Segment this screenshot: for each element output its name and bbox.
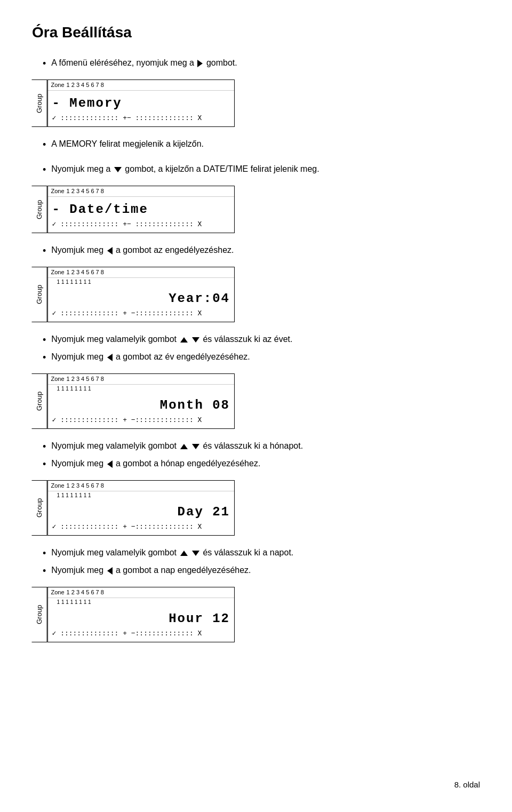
display-datetime: Group Zone 1 2 3 4 5 6 7 8 - Date/time ✓…	[32, 186, 235, 233]
lcd-screen-2: - Date/time ✓ :::::::::::::: +− ::::::::…	[48, 197, 235, 233]
bullet-9-text: Nyomjuk meg valamelyik gombot és válassz…	[51, 546, 293, 559]
bullet-2: A MEMORY felirat megjelenik a kijelzőn.	[32, 138, 480, 152]
page-title: Óra Beállítása	[32, 21, 480, 44]
bullet-8-text: Nyomjuk meg a gombot a hónap engedélyezé…	[51, 457, 260, 470]
zone-numbers-3: 1 2 3 4 5 6 7 8	[67, 268, 104, 277]
zone-header-1: Zone 1 2 3 4 5 6 7 8	[48, 80, 235, 91]
zone-text-4: Zone	[51, 375, 65, 384]
arrow-left-icon-3	[107, 460, 113, 468]
group-label-1: Group	[32, 79, 47, 127]
lcd-screen-6: Hour 12 ✓ :::::::::::::: + −::::::::::::…	[48, 606, 235, 642]
section-6: Nyomjuk meg valamelyik gombot és válassz…	[32, 440, 480, 536]
zone-text-3: Zone	[51, 268, 65, 277]
section-1: A főmenü eléréséhez, nyomjuk meg a gombo…	[32, 57, 480, 127]
lcd-panel-6: Zone 1 2 3 4 5 6 7 8 1 1 1 1 1 1 1 1 Hou…	[47, 587, 235, 642]
bullet-2-text: A MEMORY felirat megjelenik a kijelzőn.	[51, 138, 204, 150]
lcd-panel-4: Zone 1 2 3 4 5 6 7 8 1 1 1 1 1 1 1 1 Mon…	[47, 373, 235, 429]
bullet-7: Nyomjuk meg valamelyik gombot és válassz…	[32, 440, 480, 454]
arrow-up-icon-1	[180, 337, 188, 343]
arrow-left-icon-1	[107, 247, 113, 254]
arrow-down-icon-1	[114, 167, 122, 172]
zone-ticks-6: 1 1 1 1 1 1 1 1	[48, 598, 235, 606]
arrow-left-icon-4	[107, 567, 113, 575]
zone-ticks-3: 1 1 1 1 1 1 1 1	[48, 278, 235, 286]
display-memory: Group Zone 1 2 3 4 5 6 7 8 - Memory ✓ ::…	[32, 79, 235, 127]
bullet-9: Nyomjuk meg valamelyik gombot és válassz…	[32, 546, 480, 561]
lcd-line1-year: Year:04	[52, 289, 230, 308]
zone-numbers-6: 1 2 3 4 5 6 7 8	[67, 588, 104, 597]
group-label-5: Group	[32, 480, 47, 536]
page-number: 8. oldal	[454, 779, 480, 791]
bullet-4: Nyomjuk meg a gombot az engedélyezéshez.	[32, 244, 480, 258]
lcd-line1-hour: Hour 12	[52, 609, 230, 628]
bullet-4-text: Nyomjuk meg a gombot az engedélyezéshez.	[51, 244, 234, 257]
section-3: Nyomjuk meg a gombot, a kijelzőn a DATE/…	[32, 163, 480, 233]
lcd-line2-hour: ✓ :::::::::::::: + −:::::::::::::: X	[52, 628, 230, 639]
group-label-3: Group	[32, 267, 47, 322]
zone-numbers-4: 1 2 3 4 5 6 7 8	[67, 375, 104, 384]
lcd-line1-month: Month 08	[52, 396, 230, 415]
lcd-screen-1: - Memory ✓ :::::::::::::: +− :::::::::::…	[48, 91, 235, 127]
arrow-down-icon-4	[192, 551, 199, 556]
section-5: Nyomjuk meg valamelyik gombot és válassz…	[32, 333, 480, 429]
lcd-panel-5: Zone 1 2 3 4 5 6 7 8 1 1 1 1 1 1 1 1 Day…	[47, 480, 235, 536]
display-year: Group Zone 1 2 3 4 5 6 7 8 1 1 1 1 1 1 1…	[32, 267, 235, 322]
lcd-line2-day: ✓ :::::::::::::: + −:::::::::::::: X	[52, 522, 230, 532]
display-month: Group Zone 1 2 3 4 5 6 7 8 1 1 1 1 1 1 1…	[32, 373, 235, 429]
lcd-line2-memory: ✓ :::::::::::::: +− :::::::::::::: X	[52, 113, 230, 124]
zone-text-2: Zone	[51, 187, 65, 196]
section-7: Nyomjuk meg valamelyik gombot és válassz…	[32, 546, 480, 642]
zone-header-5: Zone 1 2 3 4 5 6 7 8	[48, 481, 235, 491]
lcd-line1-day: Day 21	[52, 503, 230, 522]
zone-text-6: Zone	[51, 588, 65, 597]
bullet-10-text: Nyomjuk meg a gombot a nap engedélyezésé…	[51, 564, 251, 577]
zone-header-2: Zone 1 2 3 4 5 6 7 8	[48, 186, 235, 197]
section-4: Nyomjuk meg a gombot az engedélyezéshez.…	[32, 244, 480, 322]
lcd-line2-month: ✓ :::::::::::::: + −:::::::::::::: X	[52, 415, 230, 426]
bullet-1: A főmenü eléréséhez, nyomjuk meg a gombo…	[32, 57, 480, 71]
lcd-panel-3: Zone 1 2 3 4 5 6 7 8 1 1 1 1 1 1 1 1 Yea…	[47, 267, 235, 322]
arrow-up-icon-3	[180, 551, 188, 556]
arrow-down-icon-2	[192, 337, 199, 343]
lcd-line2-datetime: ✓ :::::::::::::: +− :::::::::::::: X	[52, 219, 230, 230]
zone-header-6: Zone 1 2 3 4 5 6 7 8	[48, 587, 235, 598]
lcd-panel-2: Zone 1 2 3 4 5 6 7 8 - Date/time ✓ :::::…	[47, 186, 235, 233]
zone-ticks-4: 1 1 1 1 1 1 1 1	[48, 385, 235, 393]
section-2: A MEMORY felirat megjelenik a kijelzőn.	[32, 138, 480, 152]
bullet-8: Nyomjuk meg a gombot a hónap engedélyezé…	[32, 457, 480, 472]
bullet-6-text: Nyomjuk meg a gombot az év engedélyezésé…	[51, 351, 250, 363]
lcd-line1-datetime: - Date/time	[52, 200, 230, 219]
arrow-right-icon	[197, 60, 203, 67]
lcd-line2-year: ✓ :::::::::::::: + −:::::::::::::: X	[52, 308, 230, 319]
group-label-4: Group	[32, 373, 47, 429]
lcd-line1-memory: - Memory	[52, 94, 230, 113]
bullet-5: Nyomjuk meg valamelyik gombot és válassz…	[32, 333, 480, 347]
zone-header-4: Zone 1 2 3 4 5 6 7 8	[48, 374, 235, 385]
display-hour: Group Zone 1 2 3 4 5 6 7 8 1 1 1 1 1 1 1…	[32, 587, 235, 642]
lcd-panel-1: Zone 1 2 3 4 5 6 7 8 - Memory ✓ ::::::::…	[47, 79, 235, 127]
arrow-down-icon-3	[192, 444, 199, 449]
group-label-6: Group	[32, 587, 47, 642]
arrow-left-icon-2	[107, 354, 113, 361]
zone-numbers-1: 1 2 3 4 5 6 7 8	[67, 81, 104, 90]
zone-text-5: Zone	[51, 481, 65, 490]
zone-numbers-5: 1 2 3 4 5 6 7 8	[67, 481, 104, 490]
zone-text-1: Zone	[51, 81, 65, 90]
group-label-2: Group	[32, 186, 47, 233]
lcd-screen-4: Month 08 ✓ :::::::::::::: + −:::::::::::…	[48, 393, 235, 429]
bullet-1-text: A főmenü eléréséhez, nyomjuk meg a gombo…	[51, 57, 237, 69]
bullet-3-text: Nyomjuk meg a gombot, a kijelzőn a DATE/…	[51, 163, 319, 176]
display-day: Group Zone 1 2 3 4 5 6 7 8 1 1 1 1 1 1 1…	[32, 480, 235, 536]
zone-numbers-2: 1 2 3 4 5 6 7 8	[67, 187, 104, 196]
zone-ticks-5: 1 1 1 1 1 1 1 1	[48, 491, 235, 499]
lcd-screen-5: Day 21 ✓ :::::::::::::: + −:::::::::::::…	[48, 499, 235, 536]
zone-header-3: Zone 1 2 3 4 5 6 7 8	[48, 267, 235, 278]
bullet-5-text: Nyomjuk meg valamelyik gombot és válassz…	[51, 333, 292, 346]
arrow-up-icon-2	[180, 444, 188, 449]
lcd-screen-3: Year:04 ✓ :::::::::::::: + −::::::::::::…	[48, 286, 235, 322]
bullet-3: Nyomjuk meg a gombot, a kijelzőn a DATE/…	[32, 163, 480, 177]
bullet-6: Nyomjuk meg a gombot az év engedélyezésé…	[32, 351, 480, 365]
bullet-7-text: Nyomjuk meg valamelyik gombot és válassz…	[51, 440, 303, 452]
bullet-10: Nyomjuk meg a gombot a nap engedélyezésé…	[32, 564, 480, 578]
